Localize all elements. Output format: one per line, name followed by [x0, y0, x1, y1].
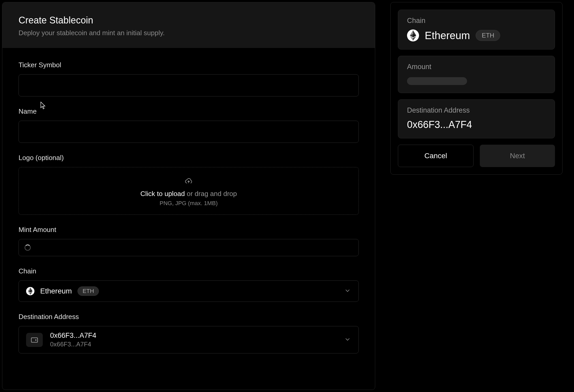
svg-point-1: [35, 340, 36, 340]
button-row: Cancel Next: [398, 145, 555, 167]
address-sub: 0x66F3...A7F4: [50, 341, 337, 348]
svg-rect-0: [31, 338, 38, 342]
dropzone-bold: Click to upload: [140, 190, 185, 198]
panel-body: Ticker Symbol Name Logo (optional) Click…: [2, 48, 375, 366]
main-form-panel: Create Stablecoin Deploy your stablecoin…: [2, 2, 375, 390]
summary-chain-label: Chain: [407, 17, 546, 25]
name-group: Name: [19, 107, 359, 143]
summary-amount-box: Amount: [398, 56, 555, 93]
logo-label: Logo (optional): [19, 154, 359, 162]
address-main: 0x66F3...A7F4: [50, 332, 337, 340]
cancel-button[interactable]: Cancel: [398, 145, 474, 167]
summary-sidebar: Chain Ethereum ETH Amount: [390, 2, 563, 390]
chevron-down-icon: [344, 336, 351, 344]
chain-group: Chain Ethereum ETH: [19, 267, 359, 302]
summary-card: Chain Ethereum ETH Amount: [390, 2, 563, 175]
logo-group: Logo (optional) Click to upload or drag …: [19, 154, 359, 215]
upload-cloud-icon: [185, 177, 193, 186]
ticker-input[interactable]: [19, 74, 359, 96]
destination-select[interactable]: 0x66F3...A7F4 0x66F3...A7F4: [19, 326, 359, 353]
dropzone-rest: or drag and drop: [185, 190, 237, 198]
address-text-block: 0x66F3...A7F4 0x66F3...A7F4: [50, 332, 337, 348]
summary-destination-label: Destination Address: [407, 106, 546, 114]
page-title: Create Stablecoin: [19, 15, 359, 26]
destination-group: Destination Address 0x66F3...A7F4 0x66F3…: [19, 313, 359, 353]
logo-dropzone[interactable]: Click to upload or drag and drop PNG, JP…: [19, 167, 359, 215]
name-label: Name: [19, 107, 359, 115]
chain-selected-name: Ethereum: [40, 287, 72, 295]
summary-destination-address: 0x66F3...A7F4: [407, 119, 546, 130]
chain-badge: ETH: [77, 286, 99, 296]
spinner-icon: [25, 244, 31, 251]
summary-chain-box: Chain Ethereum ETH: [398, 10, 555, 50]
mint-amount-input[interactable]: [19, 239, 359, 256]
chevron-down-icon: [344, 287, 351, 295]
ticker-label: Ticker Symbol: [19, 61, 359, 69]
mint-amount-group: Mint Amount: [19, 226, 359, 256]
ticker-group: Ticker Symbol: [19, 61, 359, 96]
summary-chain-badge: ETH: [476, 30, 500, 41]
summary-destination-box: Destination Address 0x66F3...A7F4: [398, 99, 555, 138]
panel-header: Create Stablecoin Deploy your stablecoin…: [2, 2, 375, 48]
summary-amount-label: Amount: [407, 63, 546, 71]
name-input[interactable]: [19, 121, 359, 143]
summary-chain-row: Ethereum ETH: [407, 29, 546, 41]
ethereum-icon: [407, 29, 419, 41]
amount-skeleton: [407, 77, 467, 85]
mint-amount-label: Mint Amount: [19, 226, 359, 234]
summary-chain-name: Ethereum: [425, 30, 470, 41]
destination-label: Destination Address: [19, 313, 359, 321]
next-button[interactable]: Next: [480, 145, 555, 167]
ethereum-icon: [26, 287, 34, 295]
chain-select[interactable]: Ethereum ETH: [19, 280, 359, 302]
chain-label: Chain: [19, 267, 359, 275]
wallet-icon: [26, 333, 43, 347]
dropzone-hint: PNG, JPG (max. 1MB): [24, 200, 353, 207]
page-subtitle: Deploy your stablecoin and mint an initi…: [19, 29, 359, 37]
dropzone-text: Click to upload or drag and drop: [24, 190, 353, 198]
